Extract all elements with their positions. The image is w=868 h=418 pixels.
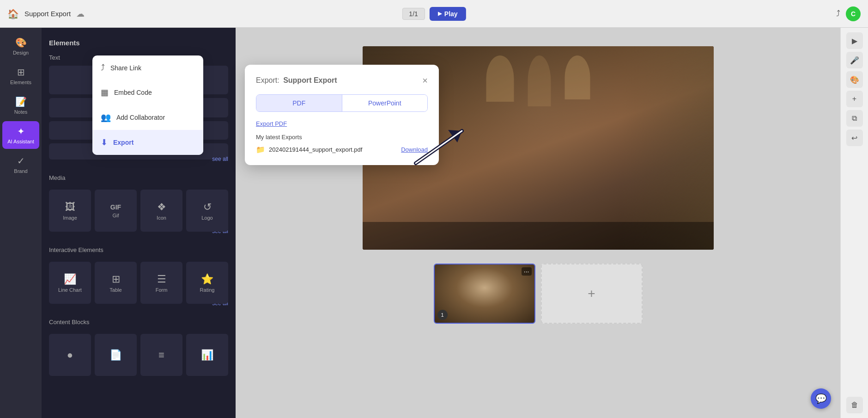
interactive-line-chart[interactable]: 📈 Line Chart — [49, 262, 91, 304]
interactive-table[interactable]: ⊞ Table — [95, 262, 137, 304]
content-item-list[interactable]: ≡ — [140, 334, 182, 376]
media-item-image[interactable]: 🖼 Image — [49, 190, 91, 232]
export-modal: Export: Support Export × PDF PowerPoint … — [245, 65, 439, 165]
interactive-section-label: Interactive Elements — [49, 246, 103, 253]
table-icon: ⊞ — [112, 273, 120, 285]
content-item-doc[interactable]: 📄 — [95, 334, 137, 376]
interactive-rating[interactable]: ⭐ Rating — [186, 262, 228, 304]
chat-bubble[interactable]: 💬 — [811, 388, 831, 409]
design-icon: 🎨 — [15, 37, 27, 48]
tab-pdf[interactable]: PDF — [256, 95, 342, 111]
logo-icon: ↺ — [203, 201, 212, 213]
notes-icon: 📝 — [15, 96, 27, 107]
content-section-label: Content Blocks — [49, 319, 89, 326]
media-section-label: Media — [49, 174, 65, 181]
media-item-icon[interactable]: ❖ Icon — [140, 190, 182, 232]
export-tabs: PDF PowerPoint — [256, 94, 428, 112]
gif-icon: GIF — [110, 203, 121, 211]
form-icon: ☰ — [157, 273, 166, 285]
thumbnails-strip: ··· 1 + — [425, 259, 652, 328]
rating-icon: ⭐ — [201, 273, 213, 285]
chat-icon: 💬 — [815, 393, 827, 404]
media-item-gif[interactable]: GIF Gif — [95, 190, 137, 232]
user-avatar[interactable]: C — [846, 6, 861, 21]
modal-close-button[interactable]: × — [422, 76, 428, 85]
panel-elements-title: Elements — [49, 39, 228, 47]
content-blocks-section: Content Blocks see all ● 📄 ≡ 📊 — [49, 311, 228, 376]
right-tool-palette[interactable]: 🎨 — [846, 71, 863, 88]
share-icon[interactable]: ⤴ — [836, 9, 840, 18]
brand-icon: ✓ — [17, 155, 25, 166]
right-tool-mic[interactable]: 🎤 — [846, 52, 863, 68]
sidebar-item-elements[interactable]: ⊞ Elements — [2, 62, 39, 90]
export-file-name: 📁 202402191444_support_export.pdf — [256, 145, 362, 154]
sidebar-item-ai-assistant[interactable]: ✦ AI Assistant — [2, 121, 39, 149]
home-icon[interactable]: 🏠 — [7, 8, 19, 19]
sidebar-item-brand[interactable]: ✓ Brand — [2, 151, 39, 178]
folder-icon: 📁 — [256, 145, 265, 154]
media-grid: 🖼 Image GIF Gif ❖ Icon ↺ Logo — [49, 190, 228, 232]
play-button[interactable]: Play — [430, 7, 466, 21]
topbar: 🏠 Support Export ☁ 1/1 Play ⤴ C — [0, 0, 868, 28]
doc-icon: 📄 — [109, 349, 122, 361]
slide-counter: 1/1 — [402, 8, 425, 20]
icon-element-icon: ❖ — [157, 201, 166, 213]
interactive-grid: 📈 Line Chart ⊞ Table ☰ Form ⭐ Rating — [49, 262, 228, 304]
image-icon: 🖼 — [65, 201, 75, 213]
right-tool-delete[interactable]: 🗑 — [846, 397, 863, 413]
right-tool-play[interactable]: ▶ — [846, 32, 863, 49]
interactive-section: Interactive Elements see all 📈 Line Char… — [49, 239, 228, 304]
project-name[interactable]: Support Export — [24, 10, 71, 18]
list-icon: ≡ — [158, 349, 164, 361]
add-collaborator-icon: 👥 — [101, 112, 111, 123]
modal-title: Export: Support Export — [256, 76, 339, 85]
circle-icon: ● — [67, 349, 73, 361]
right-tool-add[interactable]: + — [846, 91, 863, 107]
media-section: Media see all 🖼 Image GIF Gif ❖ Icon ↺ L… — [49, 167, 228, 232]
thumb-num-1: 1 — [437, 310, 448, 320]
modal-header: Export: Support Export × — [256, 76, 428, 85]
interactive-form[interactable]: ☰ Form — [140, 262, 182, 304]
right-sidebar: ▶ 🎤 🎨 + ⧉ ↩ 🗑 — [840, 28, 868, 418]
sidebar-icons: 🎨 Design ⊞ Elements 📝 Notes ✦ AI Assista… — [0, 28, 42, 418]
thumbnail-1[interactable]: ··· 1 — [434, 264, 535, 324]
ai-assistant-icon: ✦ — [17, 126, 25, 137]
share-dropdown: ⤴ Share Link ▦ Embed Code 👥 Add Collabor… — [92, 55, 203, 155]
content-grid: ● 📄 ≡ 📊 — [49, 334, 228, 376]
content-item-circle[interactable]: ● — [49, 334, 91, 376]
media-item-logo[interactable]: ↺ Logo — [186, 190, 228, 232]
share-item-add-collaborator[interactable]: 👥 Add Collaborator — [92, 105, 203, 130]
thumb-bg-1 — [435, 264, 534, 323]
topbar-center: 1/1 Play — [402, 7, 466, 21]
elements-icon: ⊞ — [17, 67, 25, 78]
topbar-right: ⤴ C — [836, 6, 861, 21]
export-icon: ⬇ — [101, 137, 108, 148]
see-all-media[interactable]: see all — [212, 156, 228, 162]
embed-code-icon: ▦ — [101, 87, 109, 98]
chart-icon: 📊 — [201, 349, 213, 361]
right-tool-duplicate[interactable]: ⧉ — [846, 110, 863, 127]
cloud-icon: ☁ — [76, 9, 85, 19]
share-item-share-link[interactable]: ⤴ Share Link — [92, 55, 203, 80]
tab-powerpoint[interactable]: PowerPoint — [342, 95, 428, 111]
add-slide-button[interactable]: + — [541, 264, 643, 324]
right-tool-undo[interactable]: ↩ — [846, 129, 863, 146]
line-chart-icon: 📈 — [64, 273, 76, 285]
share-item-export[interactable]: ⬇ Export — [92, 130, 203, 155]
share-link-icon: ⤴ — [101, 63, 105, 73]
sidebar-item-design[interactable]: 🎨 Design — [2, 32, 39, 60]
thumb-dots-menu[interactable]: ··· — [522, 267, 532, 276]
sidebar-item-notes[interactable]: 📝 Notes — [2, 92, 39, 119]
annotation-arrow — [402, 117, 476, 174]
share-item-embed-code[interactable]: ▦ Embed Code — [92, 80, 203, 105]
content-item-chart[interactable]: 📊 — [186, 334, 228, 376]
